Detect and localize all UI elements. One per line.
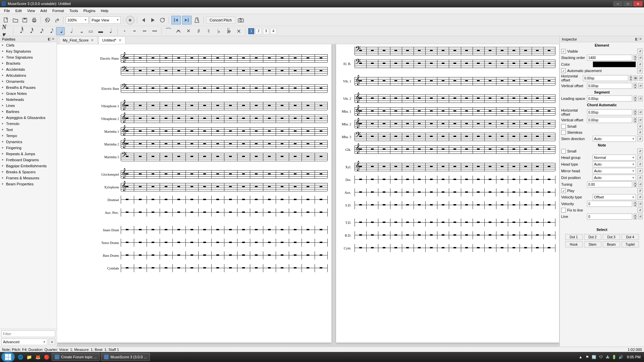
palette-item[interactable]: Fretboard Diagrams (0, 157, 57, 163)
tie-button[interactable]: ⁀ (164, 27, 173, 35)
task-item-1[interactable]: Create Forum topic ... (52, 353, 100, 361)
task-item-2[interactable]: MuseScore 3 (3.0.0 ... (101, 353, 150, 361)
reset-button[interactable]: ↺ (637, 175, 643, 180)
metronome-button[interactable] (193, 16, 201, 24)
play-checkbox[interactable]: ✓ (561, 188, 566, 193)
duration-8th-button[interactable]: 𝅘𝅥𝅮 (46, 27, 55, 35)
menu-help[interactable]: Help (98, 8, 111, 13)
select-beam-button[interactable]: Beam (603, 241, 620, 247)
select-tuplet-button[interactable]: Tuplet (622, 241, 639, 247)
palette-item[interactable]: Key Signatures (0, 48, 57, 54)
velocity-type-select[interactable]: Offset▼ (593, 194, 636, 200)
stemless-checkbox[interactable] (561, 130, 566, 135)
chord-hoff-input[interactable] (587, 109, 632, 115)
voice-2-button[interactable]: 2 (256, 28, 262, 34)
flat-button[interactable]: ♭ (214, 27, 223, 35)
autoplace-checkbox[interactable]: ✓ (561, 68, 566, 73)
palette-item[interactable]: Beam Properties (0, 181, 57, 187)
palette-workspace-select[interactable]: Advanced▼ (1, 339, 47, 345)
score-tab-1[interactable]: My_First_Score✕ (59, 36, 98, 44)
loop-in-button[interactable] (171, 16, 181, 24)
tray-sync-icon[interactable]: 🔄 (591, 354, 597, 360)
redo-button[interactable] (53, 16, 61, 24)
chord-voff-input[interactable] (587, 117, 632, 123)
palette-item[interactable]: Time Signatures (0, 54, 57, 60)
voffset-input[interactable] (587, 83, 632, 89)
reset-button[interactable]: ↺ (637, 168, 643, 174)
select-hook-button[interactable]: Hook (565, 241, 583, 247)
palette-filter-input[interactable] (1, 330, 55, 337)
palette-item[interactable]: Bagpipe Embellishments (0, 163, 57, 169)
palettes-undock-icon[interactable]: ◧ (48, 37, 51, 41)
hoffset-input[interactable] (583, 75, 628, 81)
close-icon[interactable]: ✕ (118, 38, 122, 43)
tray-battery-icon[interactable]: 🔋 (611, 354, 617, 360)
reset-button[interactable]: ↺ (637, 130, 643, 135)
reset-button[interactable]: ↺ (637, 207, 643, 213)
note-input-mode-button[interactable]: N ▾ (2, 27, 11, 35)
window-maximize-button[interactable]: □ (623, 1, 633, 6)
palette-item[interactable]: Grace Notes (0, 90, 57, 97)
window-close-button[interactable]: ✕ (633, 1, 643, 6)
duration-longa-button[interactable]: ▬ (96, 27, 105, 35)
reset-button[interactable]: ↺ (637, 136, 643, 141)
velocity-input[interactable] (587, 201, 632, 207)
tray-volume-icon[interactable]: 🔊 (618, 354, 624, 360)
palette-item[interactable]: Fingering (0, 145, 57, 151)
window-minimize-button[interactable]: ─ (613, 1, 623, 6)
visible-checkbox[interactable]: ✓ (561, 49, 566, 54)
tray-shield-icon[interactable]: 🛡 (598, 354, 603, 360)
select-dot-2-button[interactable]: Dot 2 (584, 234, 601, 240)
palette-item[interactable]: Noteheads (0, 97, 57, 103)
menu-file[interactable]: File (1, 8, 13, 13)
reset-button[interactable]: ↺ (638, 117, 643, 123)
print-button[interactable] (30, 16, 38, 24)
voice-4-button[interactable]: 4 (270, 28, 276, 34)
reset-button[interactable]: ↺ (638, 55, 643, 60)
reset-button[interactable]: ↺ (637, 49, 643, 54)
reset-button[interactable]: ↺ (638, 214, 643, 219)
palette-item[interactable]: Text (0, 127, 57, 133)
mirror-head-select[interactable]: Auto▼ (593, 168, 636, 174)
inspector-undock-icon[interactable]: ◧ (635, 37, 638, 41)
inspector-close-icon[interactable]: ✕ (639, 37, 642, 41)
reset-button[interactable]: ↺ (637, 148, 643, 154)
reset-button[interactable]: ↺ (637, 194, 643, 200)
palette-list[interactable]: ClefsKey SignaturesTime SignaturesBracke… (0, 42, 57, 329)
tray-up-icon[interactable]: ▲ (578, 354, 583, 360)
voice-1-button[interactable]: 1 (248, 28, 254, 34)
palette-item[interactable]: Arpeggios & Glissandos (0, 115, 57, 121)
select-stem-button[interactable]: Stem (584, 241, 601, 247)
sharp-button[interactable]: ♯ (194, 27, 203, 35)
color-picker[interactable] (593, 61, 636, 67)
select-dot-4-button[interactable]: Dot 4 (622, 234, 639, 240)
palette-item[interactable]: Repeats & Jumps (0, 151, 57, 157)
start-button[interactable] (1, 352, 15, 362)
double-flat-button[interactable]: 𝄫 (224, 27, 233, 35)
reset-button[interactable]: ↺ (637, 188, 643, 193)
chord-small-checkbox[interactable] (561, 124, 566, 129)
palette-item[interactable]: Lines (0, 103, 57, 109)
dot3-button[interactable]: ••• (140, 27, 149, 35)
palette-item[interactable]: Clefs (0, 42, 57, 48)
reset-button[interactable]: ↺ (638, 201, 643, 206)
fix-line-checkbox[interactable] (561, 208, 566, 213)
reset-button[interactable]: ↺ (639, 75, 643, 81)
reset-button[interactable]: ↺ (638, 110, 643, 115)
reset-button[interactable]: ↺ (638, 83, 643, 88)
duration-whole-button[interactable]: 𝅝 (76, 27, 85, 35)
reset-button[interactable]: ↺ (637, 68, 643, 73)
note-small-checkbox[interactable] (561, 149, 566, 154)
image-capture-button[interactable] (237, 16, 245, 24)
score-canvas[interactable]: Electric Piano𝄞𝄢Electric Bass𝄢Vibraphone… (57, 44, 559, 347)
palette-item[interactable]: Breaks & Spacers (0, 169, 57, 175)
flip-button[interactable] (234, 27, 243, 35)
palette-item[interactable]: Articulations (0, 72, 57, 78)
menu-plugins[interactable]: Plugins (80, 8, 98, 13)
concert-pitch-button[interactable]: Concert Pitch (206, 16, 235, 24)
slur-button[interactable] (174, 27, 183, 35)
new-file-button[interactable] (2, 16, 10, 24)
menu-view[interactable]: View (24, 8, 38, 13)
duration-16th-button[interactable]: 𝅘𝅥𝅯 (36, 27, 45, 35)
save-button[interactable] (21, 16, 29, 24)
